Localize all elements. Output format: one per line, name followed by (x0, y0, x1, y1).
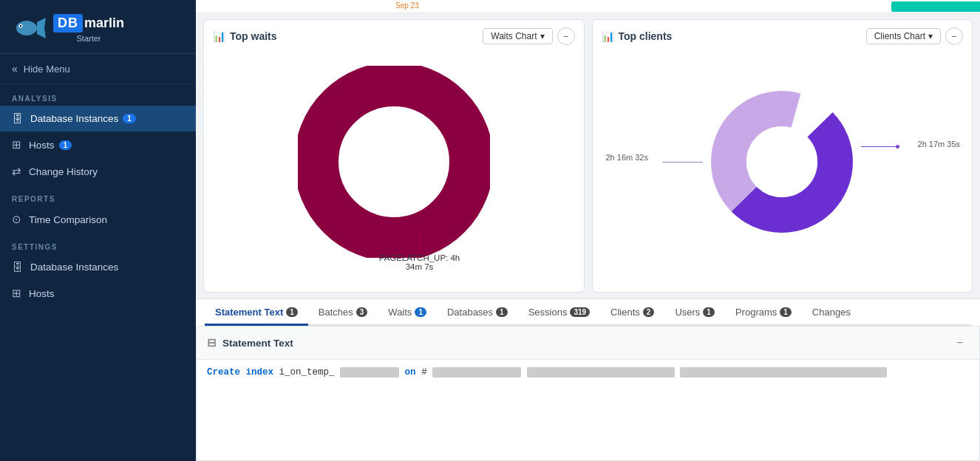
waits-collapse-button[interactable]: − (557, 27, 575, 45)
top-clients-header: 📊 Top clients Clients Chart ▾ − (602, 27, 964, 45)
tab-badge-waits: 1 (415, 307, 426, 317)
top-waits-card: 📊 Top waits Waits Chart ▾ − (203, 19, 585, 293)
settings-hosts-icon: ⊞ (12, 287, 21, 300)
database-icon: 🗄 (12, 112, 23, 125)
client-left-label: 2h 16m 32s (606, 153, 648, 162)
sidebar-item-hosts[interactable]: ⊞ Hosts 1 (0, 132, 196, 158)
stmt-blur-3 (527, 367, 675, 378)
clients-donut-container: 2h 16m 32s 2h 17m 35s (602, 51, 964, 273)
tab-label-clients: Clients (610, 307, 640, 318)
stmt-hash: # (421, 367, 427, 378)
stmt-keyword-on: on (405, 367, 416, 378)
sidebar-item-db-label: Database Instances (30, 113, 118, 124)
sidebar-item-time-comparison[interactable]: ⊙ Time Comparison (0, 206, 196, 233)
tab-label-databases: Databases (447, 307, 493, 318)
sidebar-item-settings-hosts-label: Hosts (29, 288, 55, 299)
sidebar-item-change-history[interactable]: ⇄ Change History (0, 158, 196, 185)
timeline-bar: Sep 23 (196, 0, 980, 13)
clients-chart-icon: 📊 (602, 30, 614, 42)
reports-section-label: REPORTS (0, 185, 196, 206)
tab-label-statement-text: Statement Text (215, 307, 283, 318)
top-waits-header: 📊 Top waits Waits Chart ▾ − (213, 27, 575, 45)
tab-label-programs: Programs (735, 307, 777, 318)
top-clients-buttons: Clients Chart ▾ − (866, 27, 963, 45)
svg-point-5 (341, 109, 447, 215)
tab-badge-statement-text: 1 (286, 307, 298, 317)
timeline-fill (891, 1, 980, 12)
logo-marlin: marlin (84, 16, 124, 31)
tab-programs[interactable]: Programs1 (725, 299, 802, 326)
waits-donut-container: PAGELATCH_UP: 4h 34m 7s (213, 51, 575, 273)
svg-point-3 (20, 25, 21, 27)
stmt-blur-4 (680, 367, 887, 378)
charts-row: 📊 Top waits Waits Chart ▾ − (196, 13, 980, 298)
tab-badge-sessions: 319 (570, 307, 590, 317)
tab-label-changes: Changes (812, 307, 851, 318)
sidebar-item-settings-db-label: Database Instances (30, 262, 118, 273)
sidebar-item-db-badge: 1 (123, 114, 136, 123)
clients-dropdown-arrow-icon: ▾ (928, 31, 933, 41)
waits-chart-dropdown[interactable]: Waits Chart ▾ (483, 28, 552, 44)
sidebar: DB marlin Starter « Hide Menu ANALYSIS 🗄… (0, 0, 196, 461)
statement-collapse-button[interactable]: − (951, 334, 969, 352)
tab-users[interactable]: Users1 (664, 299, 725, 326)
analysis-section-label: ANALYSIS (0, 84, 196, 106)
tab-label-sessions: Sessions (528, 307, 568, 318)
statement-section: ⊟ Statement Text − Create index i_on_tem… (196, 326, 980, 461)
hide-menu-label: Hide Menu (24, 64, 70, 75)
logo-db: DB (53, 14, 83, 33)
statement-title: ⊟ Statement Text (207, 336, 293, 349)
tab-databases[interactable]: Databases1 (437, 299, 518, 326)
waits-chart-icon: 📊 (213, 30, 225, 42)
timeline-date-label: Sep 23 (395, 1, 419, 10)
clients-chart-dropdown[interactable]: Clients Chart ▾ (866, 28, 941, 44)
stmt-keyword-create: Create (207, 367, 240, 378)
waits-donut-chart (298, 66, 490, 258)
tabs-row: Statement Text1Batches3Waits1Databases1S… (205, 299, 971, 326)
svg-marker-1 (37, 18, 46, 38)
top-clients-card: 📊 Top clients Clients Chart ▾ − 2h 16m 3… (592, 19, 973, 293)
stmt-blur-1 (340, 367, 399, 378)
top-clients-title: 📊 Top clients (602, 30, 673, 42)
sidebar-item-hosts-label: Hosts (29, 140, 55, 151)
sidebar-item-settings-hosts[interactable]: ⊞ Hosts (0, 280, 196, 307)
hosts-icon: ⊞ (12, 138, 21, 151)
sidebar-item-time-label: Time Comparison (29, 214, 107, 225)
tab-sessions[interactable]: Sessions319 (518, 299, 600, 326)
tab-clients[interactable]: Clients2 (600, 299, 664, 326)
tab-badge-databases: 1 (496, 307, 508, 317)
tab-waits[interactable]: Waits1 (378, 299, 437, 326)
svg-point-0 (16, 21, 37, 35)
logo-area: DB marlin Starter (0, 0, 196, 54)
sidebar-item-settings-db[interactable]: 🗄 Database Instances (0, 254, 196, 280)
time-comparison-icon: ⊙ (12, 213, 21, 226)
sidebar-item-database-instances[interactable]: 🗄 Database Instances 1 (0, 106, 196, 132)
stmt-blur-2 (432, 367, 521, 378)
hide-menu-arrow-icon: « (12, 63, 18, 75)
sidebar-item-hosts-badge: 1 (59, 140, 72, 150)
dropdown-arrow-icon: ▾ (540, 31, 545, 41)
logo-text: DB marlin Starter (53, 14, 124, 43)
tab-batches[interactable]: Batches3 (308, 299, 378, 326)
logo-starter: Starter (53, 34, 124, 43)
tab-badge-users: 1 (703, 307, 715, 317)
tab-badge-batches: 3 (356, 307, 368, 317)
tab-statement-text[interactable]: Statement Text1 (205, 299, 308, 326)
stmt-index-word: index (246, 367, 274, 378)
tab-badge-clients: 2 (643, 307, 655, 317)
hide-menu-button[interactable]: « Hide Menu (0, 54, 196, 84)
client-left-line (662, 162, 703, 163)
svg-point-8 (746, 126, 817, 197)
client-right-line (861, 146, 898, 147)
top-waits-buttons: Waits Chart ▾ − (483, 27, 574, 45)
tabs-section: Statement Text1Batches3Waits1Databases1S… (196, 298, 980, 326)
tab-label-waits: Waits (388, 307, 412, 318)
tab-changes[interactable]: Changes (802, 299, 861, 326)
clients-collapse-button[interactable]: − (945, 27, 963, 45)
statement-icon: ⊟ (207, 336, 217, 349)
tab-label-users: Users (675, 307, 700, 318)
change-history-icon: ⇄ (12, 165, 21, 178)
statement-header: ⊟ Statement Text − (197, 327, 979, 360)
stmt-space: i_on_temp_ (279, 367, 335, 378)
settings-section-label: SETTINGS (0, 233, 196, 254)
